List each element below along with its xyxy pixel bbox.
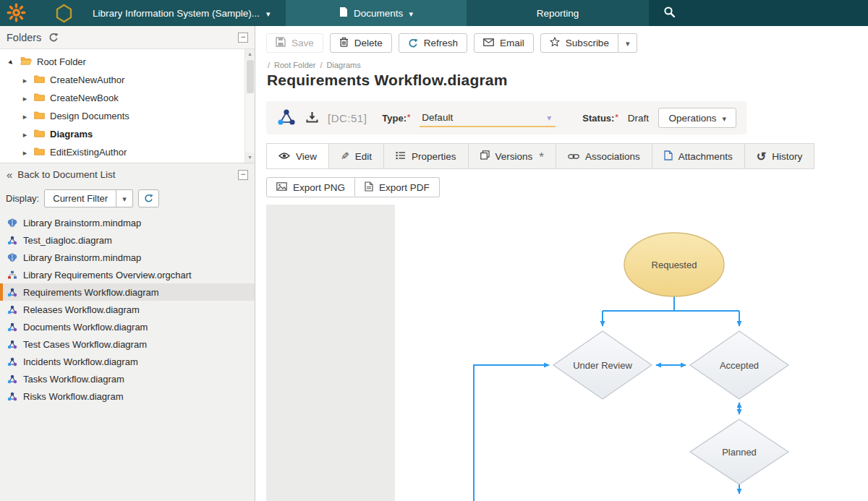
tab-properties[interactable]: Properties [384, 143, 469, 169]
subscribe-button[interactable]: Subscribe [540, 33, 618, 53]
star-icon [550, 37, 560, 49]
diagram-canvas[interactable]: Requested Under Review Accepted Planned [256, 205, 868, 501]
export-png-button[interactable]: Export PNG [266, 177, 355, 197]
refresh-icon[interactable] [48, 33, 59, 43]
document-name: Test_diagloc.diagram [23, 235, 112, 246]
tree-item-diagrams[interactable]: Diagrams [0, 125, 255, 143]
scroll-down-icon[interactable] [245, 153, 255, 163]
spira-gear-logo-icon[interactable] [7, 3, 26, 25]
refresh-filter-button[interactable] [138, 189, 159, 207]
diagram-icon [7, 340, 17, 349]
status-label: Status: [582, 113, 618, 124]
list-item[interactable]: Test Cases Workflow.diagram [0, 335, 255, 353]
list-item[interactable]: Tasks Workflow.diagram [0, 370, 255, 387]
tab-associations[interactable]: Associations [556, 143, 652, 169]
diagram-type-icon [276, 108, 297, 129]
type-select[interactable]: Default [420, 108, 556, 127]
list-item[interactable]: Risks Workflow.diagram [0, 387, 255, 405]
open-folder-icon [20, 56, 32, 67]
save-icon [276, 37, 286, 49]
folder-name: Design Documents [50, 111, 129, 121]
global-search-button[interactable] [649, 0, 868, 26]
tab-attachments[interactable]: Attachments [652, 143, 745, 169]
download-icon[interactable] [306, 111, 318, 125]
tree-item-root-folder[interactable]: Root Folder [0, 53, 255, 71]
folder-icon [34, 93, 45, 103]
chevron-down-icon [547, 112, 551, 123]
hexagon-logo-icon[interactable] [55, 4, 73, 25]
trash-icon [339, 37, 349, 49]
list-item-selected[interactable]: Requirements Workflow.diagram [0, 283, 255, 301]
document-tabs: View Edit Properties Versions [266, 143, 814, 169]
history-icon [757, 150, 766, 163]
list-item[interactable]: Releases Workflow.diagram [0, 301, 255, 318]
chevron-down-icon [722, 113, 726, 124]
tree-item-design-documents[interactable]: Design Documents [0, 107, 255, 125]
operations-button[interactable]: Operations [658, 108, 736, 128]
envelope-icon [483, 38, 494, 48]
collapse-folders-panel-button[interactable] [238, 33, 248, 43]
product-selector[interactable]: Library Information System (Sample)... [93, 0, 271, 26]
export-toolbar: Export PNG Export PDF [266, 177, 440, 197]
collapse-document-panel-button[interactable] [238, 170, 248, 180]
folder-icon [34, 111, 45, 121]
tree-item-createnewbook[interactable]: CreateNewBook [0, 89, 255, 107]
breadcrumb-current-folder[interactable]: Diagrams [320, 61, 361, 69]
tree-item-editexistingauthor[interactable]: EditExistingAuthor [0, 143, 255, 161]
diagram-node-under-review: Under Review [553, 331, 652, 399]
document-name: Requirements Workflow.diagram [23, 287, 159, 298]
list-item[interactable]: Library Brainstorm.mindmap [0, 249, 255, 266]
export-png-label: Export PNG [293, 182, 345, 193]
save-button[interactable]: Save [266, 33, 323, 53]
diagram-node-requested: Requested [624, 233, 724, 296]
list-item[interactable]: Library Brainstorm.mindmap [0, 214, 255, 231]
collapsed-triangle-icon[interactable] [21, 147, 29, 158]
export-pdf-button[interactable]: Export PDF [355, 177, 440, 197]
tree-scrollbar[interactable] [244, 49, 255, 163]
folder-icon [34, 147, 45, 158]
attachment-page-icon [664, 150, 673, 163]
collapsed-triangle-icon[interactable] [21, 74, 29, 85]
link-icon [568, 151, 579, 162]
folders-title: Folders [7, 32, 41, 43]
diagram-icon [7, 288, 17, 297]
collapsed-triangle-icon[interactable] [21, 111, 29, 121]
diagram-icon [7, 305, 17, 314]
document-name: Documents Workflow.diagram [23, 322, 148, 333]
breadcrumb-root-folder[interactable]: Root Folder [268, 61, 316, 69]
email-button[interactable]: Email [474, 33, 534, 53]
delete-button[interactable]: Delete [330, 33, 392, 53]
type-label: Type: [382, 113, 410, 124]
tab-view[interactable]: View [266, 143, 329, 169]
app-window: Library Information System (Sample)... D… [0, 0, 868, 501]
nav-tab-documents[interactable]: Documents [286, 0, 467, 26]
list-item[interactable]: Test_diagloc.diagram [0, 231, 255, 249]
list-item[interactable]: Incidents Workflow.diagram [0, 353, 255, 370]
diagram-icon [7, 322, 17, 332]
nav-tab-reporting[interactable]: Reporting [467, 0, 649, 26]
collapsed-triangle-icon[interactable] [21, 93, 29, 103]
diagram-node-planned: Planned [690, 419, 788, 484]
document-name: Risks Workflow.diagram [23, 391, 123, 402]
folder-tree: Root Folder CreateNewAuthor CreateNewBoo… [0, 49, 255, 163]
scrollbar-thumb[interactable] [247, 60, 254, 93]
back-chevrons-icon [7, 168, 12, 181]
tree-item-createnewauthor[interactable]: CreateNewAuthor [0, 71, 255, 89]
expanded-triangle-icon[interactable] [7, 56, 15, 67]
list-item[interactable]: Documents Workflow.diagram [0, 318, 255, 335]
subscribe-dropdown-button[interactable] [618, 33, 638, 53]
pencil-icon [341, 150, 349, 162]
folders-panel-header: Folders [0, 26, 255, 49]
tab-versions[interactable]: Versions [469, 143, 556, 169]
tab-edit[interactable]: Edit [329, 143, 384, 169]
refresh-button[interactable]: Refresh [399, 33, 467, 53]
back-to-document-list-link[interactable]: Back to Document List [7, 168, 115, 181]
export-pdf-label: Export PDF [379, 182, 430, 193]
list-item[interactable]: Library Requirements Overview.orgchart [0, 266, 255, 283]
tab-label: History [772, 151, 802, 162]
collapsed-triangle-icon[interactable] [21, 129, 29, 140]
tab-history[interactable]: History [745, 143, 814, 169]
filter-select[interactable]: Current Filter [44, 189, 133, 207]
back-link-label: Back to Document List [17, 169, 115, 180]
scroll-up-icon[interactable] [245, 49, 255, 59]
